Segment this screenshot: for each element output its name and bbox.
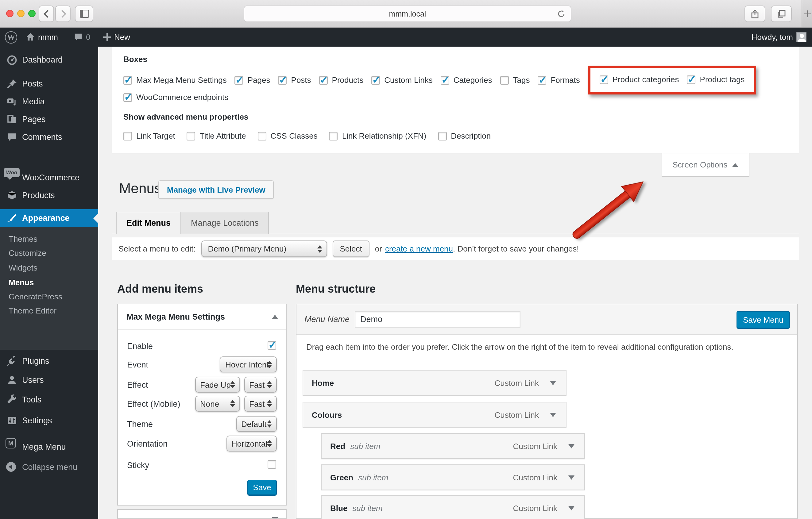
enable-checkbox[interactable] [268,341,276,350]
minimize-window-button[interactable] [17,10,25,17]
checkbox-icon[interactable] [258,131,266,140]
tabs-overview-button[interactable] [771,5,792,22]
sidebar-item-users[interactable]: Users [0,371,98,388]
collapse-menu-button[interactable]: Collapse menu [0,458,98,476]
chevron-down-icon[interactable] [568,506,575,511]
checkbox-tags[interactable]: Tags [500,75,530,85]
checkbox-product-categories[interactable]: Product categories [600,75,679,84]
close-window-button[interactable] [6,10,13,17]
share-button[interactable] [745,5,765,22]
tab-manage-locations[interactable]: Manage Locations [180,212,269,234]
checkbox-icon[interactable] [329,131,338,140]
chevron-down-icon[interactable] [568,476,575,480]
checkbox-title-attribute[interactable]: Title Attribute [187,131,246,141]
comments-menu[interactable]: 0 [74,28,90,47]
sidebar-item-theme-editor[interactable]: Theme Editor [0,304,98,317]
sidebar-item-appearance[interactable]: Appearance [0,209,98,227]
chevron-down-icon[interactable] [568,444,575,449]
checkbox-css-classes[interactable]: CSS Classes [258,131,318,141]
checkbox-icon[interactable] [687,75,696,84]
sidebar-item-settings[interactable]: Settings [0,411,98,429]
menu-item-green[interactable]: Green sub item Custom Link [321,464,585,490]
checkbox-icon[interactable] [441,76,449,84]
sidebar-item-dashboard[interactable]: Dashboard [0,51,98,68]
site-menu[interactable]: mmm [26,28,58,47]
sidebar-item-generatepress[interactable]: GeneratePress [0,289,98,303]
checkbox-products[interactable]: Products [319,75,364,85]
effect-mobile-select[interactable]: None [195,396,240,411]
avatar[interactable] [796,32,807,42]
checkbox-icon[interactable] [235,76,243,84]
sidebar-item-woocommerce[interactable]: Woo WooCommerce [0,169,98,186]
save-button[interactable]: Save [248,480,277,495]
checkbox-icon[interactable] [600,75,608,84]
sidebar-item-menus[interactable]: Menus [0,275,98,289]
sidebar-item-widgets[interactable]: Widgets [0,261,98,274]
sidebar-item-themes[interactable]: Themes [0,232,98,245]
sidebar-item-products[interactable]: Products [0,186,98,204]
checkbox-icon[interactable] [538,76,546,84]
checkbox-icon[interactable] [123,93,132,101]
sidebar-item-posts[interactable]: Posts [0,75,98,92]
menu-item-blue[interactable]: Blue sub item Custom Link [321,495,585,519]
event-select[interactable]: Hover Intent [220,357,277,372]
forward-button[interactable] [55,5,70,22]
my-account-menu[interactable]: Howdy, tom [752,28,793,47]
wp-logo-menu[interactable]: W [5,28,17,47]
expand-panel-icon[interactable] [272,517,278,519]
checkbox-custom-links[interactable]: Custom Links [371,75,433,85]
effect-mobile-speed-select[interactable]: Fast [244,396,277,411]
sidebar-item-pages[interactable]: Pages [0,111,98,128]
menu-item-red[interactable]: Red sub item Custom Link [321,433,585,459]
pages-panel[interactable]: Pages [117,509,287,519]
sidebar-item-media[interactable]: Media [0,93,98,110]
chevron-down-icon[interactable] [550,413,556,417]
screen-options-tab[interactable]: Screen Options [662,153,749,177]
checkbox-formats[interactable]: Formats [538,75,580,85]
zoom-window-button[interactable] [28,10,36,17]
checkbox-icon[interactable] [319,76,328,84]
tab-edit-menus[interactable]: Edit Menus [116,212,181,234]
checkbox-categories[interactable]: Categories [441,75,492,85]
chevron-down-icon[interactable] [550,381,556,385]
collapse-panel-icon[interactable] [272,315,278,319]
reload-icon[interactable] [557,9,566,19]
back-button[interactable] [39,5,54,22]
sidebar-item-plugins[interactable]: Plugins [0,352,98,369]
checkbox-woocommerce-endpoints[interactable]: WooCommerce endpoints [123,93,228,102]
checkbox-icon[interactable] [371,76,380,84]
address-bar[interactable]: mmm.local [244,5,572,22]
checkbox-link-relationship[interactable]: Link Relationship (XFN) [329,131,427,141]
checkbox-icon[interactable] [438,131,446,140]
checkbox-icon[interactable] [123,131,132,140]
menu-name-input[interactable] [355,311,520,328]
menu-item-colours[interactable]: Colours Custom Link [302,402,567,428]
checkbox-description[interactable]: Description [438,131,491,141]
checkbox-posts[interactable]: Posts [278,75,311,85]
create-new-menu-link[interactable]: create a new menu [385,244,453,253]
checkbox-product-tags[interactable]: Product tags [687,75,745,84]
checkbox-icon[interactable] [500,76,509,84]
checkbox-link-target[interactable]: Link Target [123,131,175,141]
checkbox-max-mega-menu-settings[interactable]: Max Mega Menu Settings [123,75,227,85]
sidebar-item-customize[interactable]: Customize [0,246,98,260]
live-preview-button[interactable]: Manage with Live Preview [158,180,274,199]
checkbox-icon[interactable] [123,76,132,84]
effect-select[interactable]: Fade Up [195,377,240,393]
orientation-select[interactable]: Horizontal [227,435,277,452]
new-content-menu[interactable]: New [103,28,130,47]
checkbox-icon[interactable] [278,76,287,84]
checkbox-icon[interactable] [187,131,196,140]
menu-item-home[interactable]: Home Custom Link [302,370,567,396]
new-tab-button[interactable] [802,0,812,27]
sidebar-item-comments[interactable]: Comments [0,128,98,145]
sidebar-toggle-button[interactable] [75,5,93,22]
sidebar-item-mega-menu[interactable]: M Mega Menu [0,438,98,455]
effect-speed-select[interactable]: Fast [244,377,277,393]
save-menu-button[interactable]: Save Menu [736,311,790,328]
theme-select[interactable]: Default [236,416,277,432]
select-button[interactable]: Select [332,241,370,257]
menu-select[interactable]: Demo (Primary Menu) [201,241,327,257]
checkbox-pages[interactable]: Pages [235,75,270,85]
sticky-checkbox[interactable] [268,460,276,469]
